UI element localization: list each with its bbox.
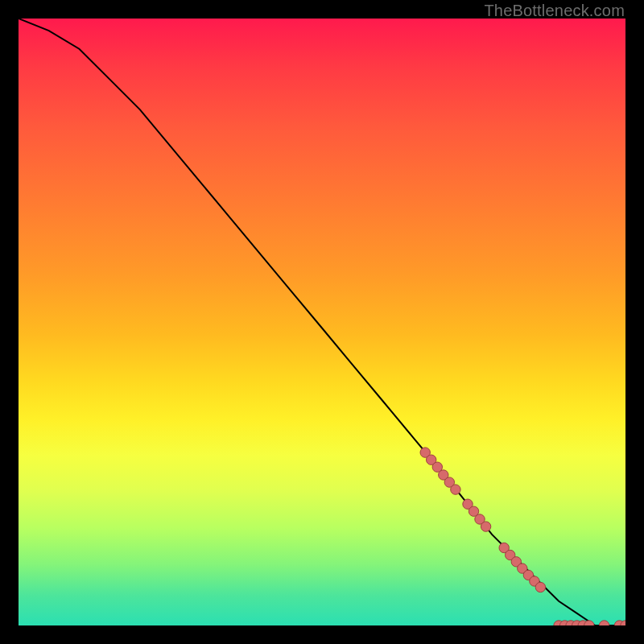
data-marker (535, 582, 545, 592)
chart-frame: TheBottleneck.com (0, 0, 644, 644)
watermark-text: TheBottleneck.com (484, 2, 625, 20)
marker-layer (420, 448, 625, 625)
chart-svg (19, 19, 625, 625)
plot-area (19, 19, 625, 625)
data-marker (451, 485, 460, 494)
curve-line (19, 19, 625, 625)
data-marker (599, 621, 609, 625)
data-marker (481, 522, 490, 531)
